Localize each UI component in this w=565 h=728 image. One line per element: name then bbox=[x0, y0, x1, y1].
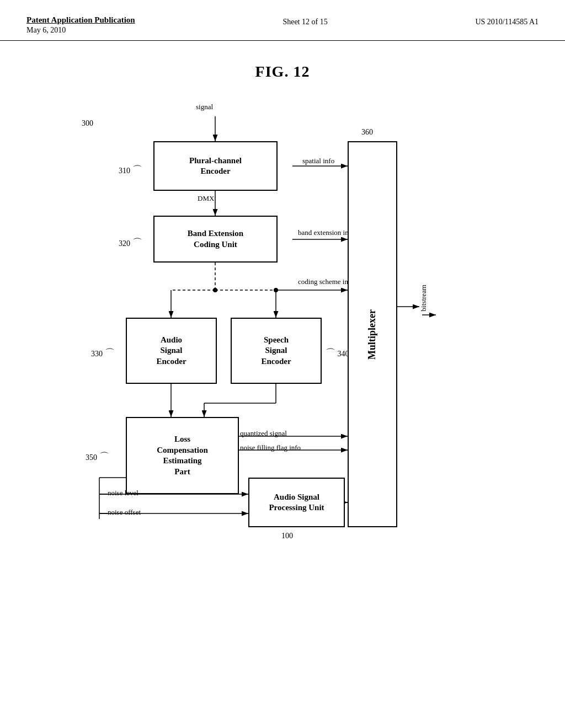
bitstream-arrow-svg bbox=[414, 274, 441, 356]
label-coding-scheme: coding scheme info bbox=[298, 277, 354, 287]
box-320-text: Band ExtensionCoding Unit bbox=[188, 228, 243, 250]
ref-320: 320 ⌒ bbox=[119, 236, 142, 249]
ref-350-curve: ⌒ bbox=[99, 451, 109, 462]
box-350-text: LossCompensationEstimatingPart bbox=[157, 434, 208, 477]
ref-310-text: 310 bbox=[119, 167, 130, 175]
ref-360: 360 bbox=[361, 128, 373, 137]
label-dmx: DMX bbox=[198, 194, 214, 204]
ref-320-curve: ⌒ bbox=[132, 237, 142, 248]
box-330-text: AudioSignalEncoder bbox=[156, 335, 186, 367]
box-360: Multiplexer bbox=[348, 141, 397, 527]
ref-350: 350 ⌒ bbox=[86, 450, 109, 463]
header-left: Patent Application Publication May 6, 20… bbox=[26, 15, 135, 35]
label-band-ext-info: band extension info bbox=[298, 228, 355, 238]
box-360-text: Multiplexer bbox=[366, 309, 379, 360]
ref-100: 100 bbox=[281, 532, 293, 540]
label-noise-offset: noise offset bbox=[108, 508, 141, 517]
box-310: Plural-channelEncoder bbox=[153, 141, 278, 191]
patent-number: US 2010/114585 A1 bbox=[475, 18, 539, 26]
ref-340: ⌒ 340 bbox=[326, 346, 349, 360]
box-340-text: SpeechSignalEncoder bbox=[261, 335, 291, 367]
ref-330-text: 330 bbox=[91, 350, 103, 358]
box-100-text: Audio SignalProcessing Unit bbox=[269, 492, 324, 513]
figure-title: FIG. 12 bbox=[0, 63, 565, 81]
label-quantized: quantized signal bbox=[240, 429, 287, 438]
diagram: 300 signal Plural-channelEncoder 310 ⌒ s… bbox=[0, 86, 565, 720]
box-330: AudioSignalEncoder bbox=[126, 318, 217, 384]
label-noise-level: noise level bbox=[108, 489, 138, 498]
box-340: SpeechSignalEncoder bbox=[231, 318, 322, 384]
ref-340-curve: ⌒ bbox=[326, 347, 335, 358]
sheet-info: Sheet 12 of 15 bbox=[282, 18, 327, 26]
label-noise-filling: noise filling flag info bbox=[240, 443, 301, 453]
diagram-svg bbox=[0, 86, 565, 720]
ref-330: 330 ⌒ bbox=[91, 346, 115, 360]
ref-310: 310 ⌒ bbox=[119, 163, 142, 176]
ref-320-text: 320 bbox=[119, 239, 130, 248]
ref-310-curve: ⌒ bbox=[132, 164, 142, 175]
label-signal: signal bbox=[196, 103, 213, 112]
box-310-text: Plural-channelEncoder bbox=[189, 156, 242, 177]
box-100: Audio SignalProcessing Unit bbox=[248, 478, 345, 527]
ref-300: 300 bbox=[82, 119, 93, 128]
box-320: Band ExtensionCoding Unit bbox=[153, 216, 278, 263]
publication-label: Patent Application Publication bbox=[26, 15, 135, 25]
ref-350-text: 350 bbox=[86, 453, 97, 462]
box-350: LossCompensationEstimatingPart bbox=[126, 417, 239, 494]
label-spatial-info: spatial info bbox=[302, 157, 334, 166]
header-date: May 6, 2010 bbox=[26, 26, 135, 35]
ref-330-curve: ⌒ bbox=[105, 347, 115, 358]
page-header: Patent Application Publication May 6, 20… bbox=[0, 0, 565, 41]
